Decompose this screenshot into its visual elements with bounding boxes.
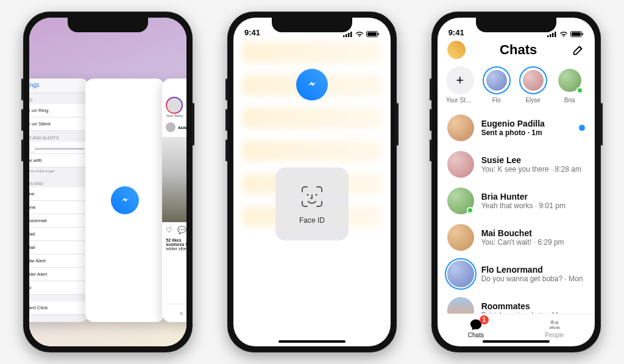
settings-row-text-tone[interactable]: Text Tone	[29, 201, 89, 214]
story-avatar[interactable]	[556, 66, 584, 94]
chat-name: Susie Lee	[481, 155, 585, 165]
chat-name: Mai Bouchet	[481, 228, 585, 238]
story-name: Bria	[564, 97, 575, 103]
post-likes[interactable]: 52 likes	[166, 238, 186, 242]
story-item[interactable]: Flo	[483, 66, 511, 103]
my-avatar[interactable]	[447, 41, 466, 59]
notch	[272, 18, 352, 32]
presence-indicator	[467, 207, 473, 214]
presence-indicator	[576, 87, 583, 94]
chat-avatar[interactable]	[447, 187, 474, 214]
svg-rect-19	[555, 32, 556, 37]
chat-text: Susie LeeYou: K see you there · 8:28 am	[481, 155, 585, 173]
app-card-messenger[interactable]: Messenger	[85, 79, 165, 322]
settings-section-vibrate: VIBRATE	[29, 93, 89, 104]
home-icon[interactable]: ⌂	[180, 310, 183, 316]
compose-button[interactable]	[572, 43, 585, 57]
chat-row[interactable]: Eugenio PadillaSent a photo · 1m	[438, 110, 595, 146]
settings-row-new-mail[interactable]: New Mail	[29, 228, 89, 241]
chat-preview: You: Can't wait! · 6:29 pm	[481, 238, 585, 247]
status-time: 9:41	[244, 28, 260, 37]
chat-avatar[interactable]	[447, 114, 474, 141]
settings-volume-note: The volume of the ringer	[29, 167, 89, 177]
settings-row-new-voicemail[interactable]: New Voicemail	[29, 214, 89, 228]
chat-row[interactable]: RoommatesPatrick sent a photo · Mon	[438, 292, 595, 313]
settings-back-label: Settings	[29, 82, 39, 88]
settings-row-keyboard-clicks[interactable]: Keyboard Click	[29, 301, 89, 315]
messenger-logo-icon	[111, 186, 139, 214]
chat-row[interactable]: Bria HunterYeah that works · 9:01 pm	[438, 183, 595, 219]
chat-name: Roommates	[481, 301, 585, 311]
chat-name: Eugenio Padilla	[481, 119, 572, 128]
tab-people-label: People	[545, 332, 564, 338]
story-item[interactable]: James	[592, 66, 595, 103]
settings-volume-slider[interactable]	[29, 142, 89, 154]
chat-preview: You: K see you there · 8:28 am	[481, 165, 585, 173]
chat-avatar[interactable]	[447, 297, 474, 313]
faceid-icon	[299, 183, 325, 210]
settings-back[interactable]: ‹ Settings	[29, 79, 89, 93]
settings-row-vibrate-silent[interactable]: Vibrate on Silent	[29, 117, 89, 131]
chats-badge: 1	[480, 315, 489, 324]
phone-faceid-lock: 9:41 Face ID	[227, 12, 397, 352]
phone-app-switcher: ‹ Settings VIBRATE Vibrate on Ring Vibra…	[23, 12, 193, 352]
instagram-feed-image[interactable]	[162, 137, 186, 222]
home-indicator[interactable]	[278, 340, 346, 343]
notch	[476, 18, 556, 32]
chat-text: Flo LenormandDo you wanna get boba? · Mo…	[481, 265, 585, 283]
story-item[interactable]: +Your Story	[446, 66, 474, 103]
settings-row-airdrop[interactable]: AirDrop	[29, 281, 89, 295]
battery-icon	[570, 31, 584, 37]
comment-icon[interactable]: 💬	[177, 226, 186, 234]
faceid-prompt[interactable]: Face ID	[275, 167, 349, 240]
svg-point-25	[550, 320, 554, 324]
chat-row[interactable]: Mai BouchetYou: Can't wait! · 6:29 pm	[438, 219, 595, 256]
settings-row-vibrate-ring[interactable]: Vibrate on Ring	[29, 104, 89, 117]
story-item[interactable]: Bria	[556, 66, 584, 103]
app-card-settings[interactable]: ‹ Settings VIBRATE Vibrate on Ring Vibra…	[29, 79, 89, 322]
chat-avatar[interactable]	[447, 224, 474, 251]
chat-avatar[interactable]	[447, 261, 474, 287]
home-indicator[interactable]	[483, 340, 550, 343]
stories-row[interactable]: +Your StoryFloElyseBriaJames	[438, 63, 595, 110]
svg-rect-13	[378, 33, 379, 35]
story-avatar[interactable]	[519, 66, 547, 94]
svg-rect-22	[582, 33, 583, 35]
post-author[interactable]: susiness	[178, 125, 186, 130]
svg-rect-16	[547, 35, 549, 37]
svg-point-15	[315, 194, 317, 195]
app-card-instagram[interactable]: Your Story goto susiness ♡ 💬 ➤	[162, 79, 186, 322]
settings-row-sent-mail[interactable]: Sent Mail	[29, 241, 89, 254]
settings-row-reminder-alert[interactable]: Reminder Alert	[29, 268, 89, 281]
post-caption-line2: winter vibes 🏔️	[166, 247, 186, 251]
post-author-avatar[interactable]	[166, 122, 176, 132]
add-story-button[interactable]: +	[446, 66, 474, 94]
unread-indicator	[579, 125, 585, 131]
chat-row[interactable]: Susie LeeYou: K see you there · 8:28 am	[438, 146, 595, 183]
chat-row[interactable]: Flo LenormandDo you wanna get boba? · Mo…	[438, 256, 595, 292]
story-avatar[interactable]	[592, 66, 595, 94]
story-item[interactable]: Elyse	[519, 66, 547, 103]
svg-rect-9	[348, 33, 350, 37]
tab-chats[interactable]: 1 Chats	[468, 318, 484, 338]
tab-people[interactable]: People	[545, 318, 564, 338]
settings-row-ringtone[interactable]: Ringtone	[29, 187, 89, 201]
svg-rect-12	[367, 32, 377, 36]
chat-name: Flo Lenormand	[481, 265, 585, 275]
story-name: Flo	[492, 97, 501, 103]
svg-point-26	[555, 321, 559, 325]
chat-avatar[interactable]	[447, 151, 474, 178]
svg-rect-18	[552, 33, 554, 37]
chat-list[interactable]: Eugenio PadillaSent a photo · 1mSusie Le…	[438, 110, 595, 313]
story-avatar[interactable]	[483, 66, 511, 94]
settings-row-change-buttons[interactable]: Change with	[29, 154, 89, 167]
chat-text: Mai BouchetYou: Can't wait! · 6:29 pm	[481, 228, 585, 247]
settings-row-calendar-alert[interactable]: Calendar Alert	[29, 254, 89, 268]
instagram-your-story[interactable]	[166, 97, 183, 114]
notch	[68, 18, 148, 32]
chat-preview: Yeah that works · 9:01 pm	[481, 201, 585, 210]
app-switcher-cards[interactable]: ‹ Settings VIBRATE Vibrate on Ring Vibra…	[29, 18, 186, 346]
story-name: Elyse	[525, 97, 540, 103]
like-icon[interactable]: ♡	[166, 226, 172, 234]
svg-point-14	[307, 194, 308, 195]
